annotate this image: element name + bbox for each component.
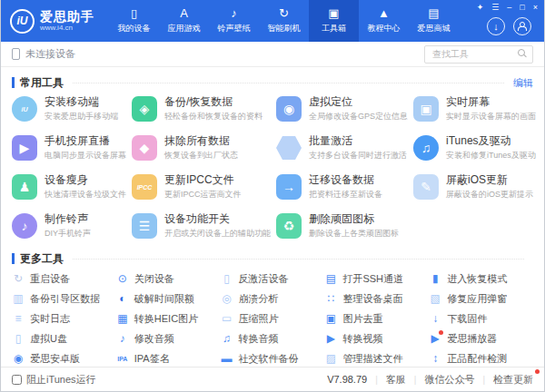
download-manager-button[interactable]: ↓ — [487, 17, 505, 35]
more-tool-i4-player[interactable]: ▶爱思播放器 — [429, 332, 533, 345]
footer-link-wechat-official[interactable]: 微信公众号 — [424, 373, 474, 387]
footer-link-check-update[interactable]: 检查更新 — [493, 373, 533, 387]
nav-item-toolbox[interactable]: ▣工具箱 — [309, 0, 359, 42]
more-tool-shutdown-device[interactable]: ⊙关闭设备 — [116, 272, 221, 285]
tool-card-screen-mirror-live[interactable]: ▶手机投屏直播电脑同步显示设备屏幕 — [12, 135, 126, 164]
convert-video-icon: ▶ — [324, 333, 337, 344]
maximize-icon[interactable]: □ — [520, 3, 524, 12]
tool-card-text: 制作铃声DIY手机铃声 — [45, 213, 91, 240]
tool-card-erase-all-data[interactable]: ◆抹除所有数据恢复设备到出厂状态 — [132, 135, 271, 164]
app-name: 爱思助手 — [40, 10, 94, 24]
more-tool-enter-recovery[interactable]: ▮进入恢复模式 — [429, 272, 533, 285]
compress-photos-icon: ▭ — [221, 313, 233, 324]
common-tools-title: 常用工具 — [20, 75, 64, 91]
bypass-time-limit-icon: ◐ — [116, 293, 129, 304]
tool-title: 制作铃声 — [45, 213, 91, 225]
more-tool-convert-video[interactable]: ▶转换视频 — [324, 332, 429, 345]
i4-logo-icon: iU — [10, 9, 35, 34]
menu-icon[interactable]: ☰ — [491, 3, 499, 12]
tool-title: 安装移动端 — [45, 96, 118, 108]
search-icon[interactable] — [518, 49, 525, 56]
more-tool-backup-boot-data[interactable]: ▥备份引导区数据 — [12, 292, 116, 305]
more-tool-deactivate-device[interactable]: ▯反激活设备 — [221, 272, 325, 285]
device-status: 未连接设备 — [25, 47, 75, 61]
more-tool-restart-device[interactable]: ↻重启设备 — [12, 272, 116, 285]
convert-audio-icon: ♫ — [221, 333, 233, 344]
nav-item-tutorial-center[interactable]: ▲教程中心 — [359, 0, 409, 42]
more-tool-fix-app-popup[interactable]: ▧修复应用弹窗 — [429, 292, 533, 305]
tool-card-virtual-location[interactable]: ◉虚拟定位全局修改设备GPS定位信息 — [276, 96, 408, 125]
nav-item-app-games[interactable]: A应用游戏 — [159, 0, 209, 42]
more-tool-label: 关闭设备 — [134, 272, 174, 286]
tool-card-migrate-data[interactable]: →迁移设备数据把资料迁移至新设备 — [276, 174, 408, 203]
tool-card-remove-stubborn-icons[interactable]: ♻删除顽固图标删除设备上各类顽固图标 — [276, 213, 408, 242]
more-tool-open-ssh[interactable]: ▤打开SSH通道 — [324, 272, 429, 285]
tool-card-block-ios-update[interactable]: ✎屏蔽iOS更新屏蔽设备的iOS更新提示 — [413, 174, 536, 203]
more-tool-compress-photos[interactable]: ▭压缩照片 — [221, 312, 325, 325]
more-tool-arrange-desktop[interactable]: ∷整理设备桌面 — [324, 292, 429, 305]
edit-link[interactable]: 编辑 — [513, 76, 533, 90]
nav-item-my-devices[interactable]: ▯我的设备 — [109, 0, 159, 42]
convert-heic-icon: ▦ — [116, 313, 129, 324]
more-tool-label: 社交软件备份 — [239, 352, 299, 366]
virtual-location-icon: ◉ — [276, 96, 302, 122]
window-controls: ✦☰–□× — [477, 3, 538, 12]
more-tool-edit-audio[interactable]: ♪修改音频 — [116, 332, 221, 345]
more-tool-label: 修改音频 — [134, 332, 174, 346]
more-tool-label: 虚拟U盘 — [30, 332, 67, 346]
tool-card-make-ringtone[interactable]: ♪制作铃声DIY手机铃声 — [12, 213, 126, 242]
more-tool-convert-heic[interactable]: ▦转换HEIC图片 — [116, 312, 221, 325]
more-tool-bypass-time-limit[interactable]: ◐破解时间限额 — [116, 292, 221, 305]
tool-card-itunes-driver[interactable]: ♫iTunes及驱动安装和修复iTunes及驱动 — [413, 135, 536, 164]
tool-card-device-slim[interactable]: ♟设备瘦身快速清理设备垃圾文件 — [12, 174, 126, 203]
block-ios-update-icon: ✎ — [413, 174, 439, 200]
close-icon[interactable]: × — [533, 3, 538, 12]
more-tools-title: 更多工具 — [20, 251, 64, 267]
footer-link-support[interactable]: 客服 — [386, 373, 406, 387]
version-label: V7.98.79 — [327, 374, 367, 385]
nav-label-app-games: 应用游戏 — [168, 23, 201, 34]
nav-item-ringtones-wallpapers[interactable]: ♪铃声壁纸 — [209, 0, 259, 42]
account-button[interactable] — [513, 17, 531, 35]
appstore-icon: A — [180, 7, 188, 20]
more-tool-label: 打开SSH通道 — [342, 272, 403, 286]
more-tool-accessory-check[interactable]: ↕正品配件检测 — [429, 352, 533, 365]
flash-icon: ↻ — [279, 7, 289, 20]
more-tool-ipa-sign[interactable]: IPAIPA签名 — [116, 352, 221, 365]
tool-card-batch-activate[interactable]: 批量激活支持多台设备同时进行激活 — [276, 135, 408, 164]
nav-item-smart-flash[interactable]: ↻智能刷机 — [259, 0, 309, 42]
more-tool-download-firmware[interactable]: ↓下载固件 — [429, 312, 533, 325]
more-tool-realtime-log[interactable]: ≡实时日志 — [12, 312, 116, 325]
skin-icon[interactable]: ✦ — [477, 3, 484, 12]
tool-card-device-switches[interactable]: ☰设备功能开关开启或关闭设备上的辅助功能 — [132, 213, 271, 242]
tool-card-update-ipcc[interactable]: IPCC更新IPCC文件更新IPCC运营商文件 — [132, 174, 271, 203]
footer-separator: | — [375, 375, 378, 385]
more-tool-i4-android[interactable]: ◉爱思安卓版 — [12, 352, 116, 365]
more-tool-label: 反激活设备 — [239, 272, 289, 286]
more-tool-social-backup[interactable]: ▬社交软件备份 — [221, 352, 325, 365]
tool-desc: 删除设备上各类顽固图标 — [309, 228, 399, 240]
search-input[interactable] — [424, 45, 533, 64]
minimize-icon[interactable]: – — [507, 3, 511, 12]
more-tool-label: 重启设备 — [30, 272, 70, 286]
batch-activate-icon — [276, 135, 302, 161]
tool-card-backup-restore[interactable]: ◈备份/恢复数据轻松备份和恢复设备的资料 — [132, 96, 271, 125]
more-tool-virtual-usb[interactable]: ▯虚拟U盘 — [12, 332, 116, 345]
top-nav: ▯我的设备A应用游戏♪铃声壁纸↻智能刷机▣工具箱▲教程中心▤爱思商城 — [109, 0, 459, 42]
more-tool-image-dedupe[interactable]: ▣图片去重 — [324, 312, 429, 325]
block-itunes-checkbox[interactable] — [12, 375, 22, 385]
tool-card-realtime-screen[interactable]: ▣实时屏幕实时显示设备屏幕的画面 — [413, 96, 536, 125]
more-tool-label: 整理设备桌面 — [342, 292, 402, 306]
tool-card-text: 设备瘦身快速清理设备垃圾文件 — [45, 174, 126, 201]
tool-card-text: 设备功能开关开启或关闭设备上的辅助功能 — [164, 213, 271, 240]
tool-card-install-mobile[interactable]: iU安装移动端安装爱思助手移动端 — [12, 96, 126, 125]
more-tool-crash-analysis[interactable]: ◎崩溃分析 — [221, 292, 325, 305]
more-tool-convert-audio[interactable]: ♫转换音频 — [221, 332, 325, 345]
more-tool-manage-profiles[interactable]: ▨管理描述文件 — [324, 352, 429, 365]
tool-desc: 快速清理设备垃圾文件 — [45, 189, 126, 201]
nav-item-i4-store[interactable]: ▤爱思商城 — [409, 0, 459, 42]
tool-desc: 实时显示设备屏幕的画面 — [446, 111, 536, 122]
tool-card-text: 手机投屏直播电脑同步显示设备屏幕 — [45, 135, 126, 162]
tool-title: iTunes及驱动 — [446, 135, 536, 147]
notification-dot — [535, 369, 540, 374]
